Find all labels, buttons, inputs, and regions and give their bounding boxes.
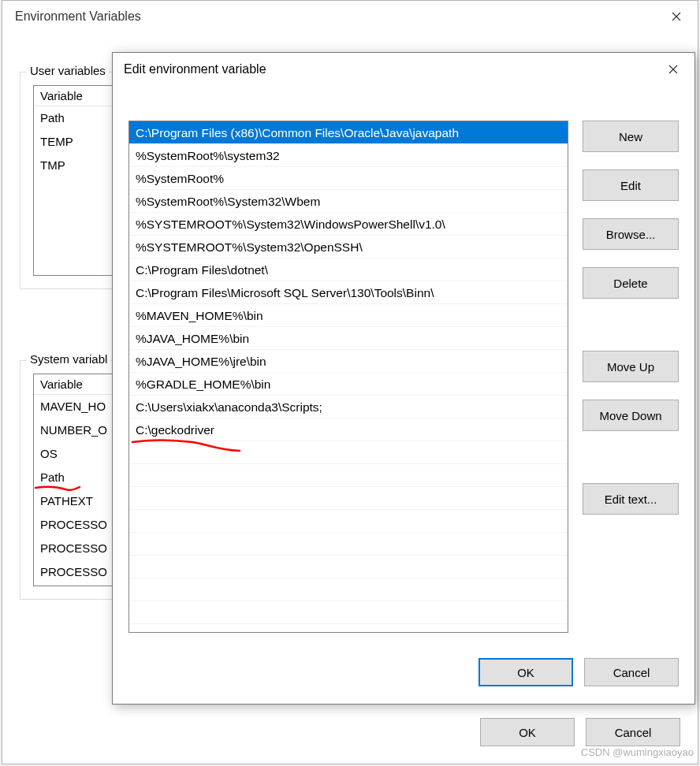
- user-variables-group-label: User variables: [27, 64, 109, 77]
- browse-button[interactable]: Browse...: [583, 218, 679, 250]
- list-item[interactable]: C:\geckodriver: [129, 418, 568, 441]
- list-item[interactable]: [129, 601, 568, 624]
- list-item[interactable]: %JAVA_HOME%\bin: [129, 327, 568, 350]
- list-item[interactable]: C:\Program Files\dotnet\: [129, 258, 568, 281]
- edit-env-dialog: Edit environment variable C:\Program Fil…: [112, 52, 695, 705]
- list-item[interactable]: C:\Program Files\Microsoft SQL Server\13…: [129, 281, 568, 304]
- list-item[interactable]: [129, 510, 568, 533]
- edit-dialog-title: Edit environment variable: [124, 62, 655, 76]
- list-item[interactable]: %SYSTEMROOT%\System32\WindowsPowerShell\…: [129, 213, 568, 236]
- move-up-button[interactable]: Move Up: [583, 351, 679, 382]
- watermark: CSDN @wumingxiaoyao: [581, 746, 694, 758]
- list-item[interactable]: %SystemRoot%\system32: [129, 144, 568, 167]
- ok-button[interactable]: OK: [478, 658, 573, 686]
- env-titlebar: Environment Variables: [2, 1, 698, 32]
- list-item[interactable]: [129, 533, 568, 556]
- list-item[interactable]: C:\Program Files (x86)\Common Files\Orac…: [129, 121, 568, 144]
- list-item[interactable]: %MAVEN_HOME%\bin: [129, 304, 568, 327]
- close-icon[interactable]: [655, 57, 691, 82]
- side-button-column: New Edit Browse... Delete Move Up Move D…: [583, 121, 679, 515]
- edit-dialog-footer: OK Cancel: [478, 658, 679, 686]
- env-footer: OK Cancel: [480, 718, 680, 746]
- edit-text-button[interactable]: Edit text...: [583, 483, 679, 515]
- list-item[interactable]: [129, 487, 568, 510]
- list-item[interactable]: %SystemRoot%: [129, 167, 568, 190]
- list-item[interactable]: [129, 464, 568, 487]
- cancel-button[interactable]: Cancel: [584, 658, 679, 686]
- list-item[interactable]: %GRADLE_HOME%\bin: [129, 373, 568, 396]
- list-item[interactable]: %SYSTEMROOT%\System32\OpenSSH\: [129, 236, 568, 258]
- move-down-button[interactable]: Move Down: [583, 400, 679, 431]
- list-item[interactable]: [129, 578, 568, 601]
- list-item[interactable]: %SystemRoot%\System32\Wbem: [129, 190, 568, 213]
- list-item[interactable]: C:\Users\xiakx\anaconda3\Scripts;: [129, 396, 568, 418]
- edit-button[interactable]: Edit: [583, 169, 679, 201]
- path-list[interactable]: C:\Program Files (x86)\Common Files\Orac…: [128, 121, 568, 633]
- edit-dialog-titlebar: Edit environment variable: [113, 53, 694, 86]
- new-button[interactable]: New: [583, 121, 679, 152]
- list-item[interactable]: [129, 441, 568, 464]
- close-icon[interactable]: [658, 4, 694, 29]
- delete-button[interactable]: Delete: [583, 267, 679, 299]
- env-window-title: Environment Variables: [15, 9, 658, 24]
- list-item[interactable]: [129, 556, 568, 578]
- ok-button[interactable]: OK: [480, 718, 575, 746]
- cancel-button[interactable]: Cancel: [586, 718, 680, 746]
- list-item[interactable]: %JAVA_HOME%\jre\bin: [129, 350, 568, 373]
- system-variables-group-label: System variabl: [27, 352, 110, 366]
